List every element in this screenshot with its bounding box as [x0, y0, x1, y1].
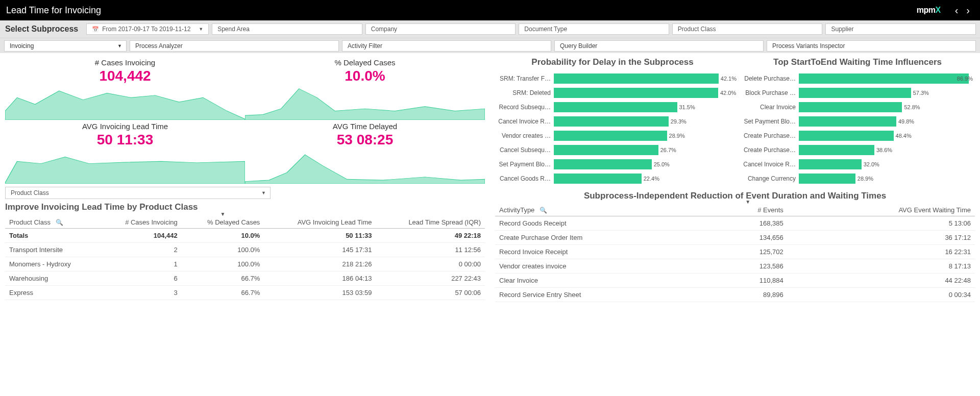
bar-row[interactable]: SRM: Transfer F… 42.1%: [495, 71, 730, 86]
sparkline-icon: [5, 84, 245, 120]
table-row[interactable]: Express366.7%153 03:5957 00:06: [5, 286, 485, 300]
document-type-filter[interactable]: Document Type: [519, 23, 669, 35]
bar-row[interactable]: Delete Purchase… 86.9%: [740, 71, 975, 86]
nav-prev-button[interactable]: ‹: [951, 5, 963, 16]
table-row[interactable]: Clear Invoice110,88444 22:48: [495, 274, 975, 288]
tab-bar: Invoicing ▼ Process Analyzer Activity Fi…: [0, 38, 980, 53]
bar-row[interactable]: Set Payment Blo… 25.0%: [495, 157, 730, 171]
bar-row[interactable]: Block Purchase … 57.3%: [740, 86, 975, 100]
col-wait[interactable]: AVG Event Waiting Time: [788, 204, 975, 216]
bar-track: 52.8%: [799, 102, 975, 112]
table-row[interactable]: Vendor creates invoice123,5868 17:13: [495, 259, 975, 274]
influencers-chart: Top StartToEnd Waiting Time Influencers …: [740, 56, 975, 186]
bar-row[interactable]: Cancel Invoice R… 32.0%: [740, 157, 975, 171]
col-cases[interactable]: # Cases Invoicing: [100, 216, 182, 229]
sort-desc-icon: ▼: [220, 211, 226, 217]
chevron-down-icon: ▼: [193, 27, 203, 32]
company-filter[interactable]: Company: [365, 23, 516, 35]
bar-track: 48.4%: [799, 131, 975, 141]
probability-chart: Probability for Delay in the Subprocess …: [495, 56, 730, 186]
page-title: Lead Time for Invoicing: [6, 5, 917, 16]
subprocess-select[interactable]: Invoicing ▼: [4, 40, 127, 52]
table-row[interactable]: Monomers - Hydroxy1100.0%218 21:260 00:0…: [5, 257, 485, 271]
bar-track: 38.6%: [799, 145, 975, 155]
bar-label: SRM: Deleted: [495, 89, 554, 96]
subprocess-title: Subprocess-Independent Reduction of Even…: [495, 186, 975, 204]
bar-row[interactable]: Clear Invoice 52.8%: [740, 100, 975, 114]
bar-track: 31.5%: [554, 102, 730, 112]
bar-label: Delete Purchase…: [740, 75, 799, 82]
bar-row[interactable]: SRM: Deleted 42.0%: [495, 86, 730, 100]
events-table: ActivityType 🔍 ▼ # Events AVG Event Wait…: [495, 204, 975, 302]
table-row[interactable]: Warehousing666.7%186 04:13227 22:43: [5, 271, 485, 286]
bar-label: Set Payment Blo…: [495, 161, 554, 168]
spend-area-filter[interactable]: Spend Area: [212, 23, 362, 35]
col-activity-type[interactable]: ActivityType 🔍: [495, 204, 708, 216]
col-events[interactable]: ▼ # Events: [708, 204, 788, 216]
tab-query-builder[interactable]: Query Builder: [554, 40, 764, 52]
bar-row[interactable]: Set Payment Blo… 49.8%: [740, 114, 975, 129]
improve-title: Improve Invoicing Lead Time by Product C…: [5, 201, 485, 216]
bar-label: Set Payment Blo…: [740, 118, 799, 125]
kpi-lead-time: AVG Invoicing Lead Time 50 11:33: [5, 120, 245, 184]
col-spread[interactable]: Lead Time Spread (IQR): [376, 216, 485, 229]
bar-row[interactable]: Create Purchase… 48.4%: [740, 129, 975, 143]
product-class-filter[interactable]: Product Class: [672, 23, 823, 35]
search-icon[interactable]: 🔍: [536, 207, 547, 214]
bar-label: Record Subsequ…: [495, 104, 554, 111]
bar-row[interactable]: Record Subsequ… 31.5%: [495, 100, 730, 114]
bar-track: 28.9%: [554, 131, 730, 141]
bar-track: 42.1%: [554, 73, 730, 84]
table-row[interactable]: Transport Intersite2100.0%145 17:3111 12…: [5, 243, 485, 257]
col-product-class[interactable]: Product Class 🔍: [5, 216, 100, 229]
bar-label: Vendor creates …: [495, 132, 554, 139]
bar-track: 42.0%: [554, 88, 730, 98]
bar-label: Block Purchase …: [740, 89, 799, 96]
kpi-time-delayed: AVG Time Delayed 53 08:25: [245, 120, 485, 184]
select-subprocess-label: Select Subprocess: [4, 24, 83, 34]
bar-row[interactable]: Vendor creates … 28.9%: [495, 129, 730, 143]
bar-label: Change Currency: [740, 175, 799, 182]
table-row[interactable]: Record Goods Receipt168,3855 13:06: [495, 216, 975, 231]
bar-track: 22.4%: [554, 174, 730, 184]
bar-row[interactable]: Create Purchase… 38.6%: [740, 143, 975, 157]
search-icon[interactable]: 🔍: [53, 219, 63, 226]
app-logo: mpmX: [917, 6, 941, 15]
chevron-down-icon: ▼: [117, 43, 122, 48]
chevron-down-icon: ▼: [261, 190, 266, 195]
supplier-filter[interactable]: Supplier: [825, 23, 976, 35]
col-delayed[interactable]: ▼ % Delayed Cases: [182, 216, 264, 229]
bar-label: Cancel Subsequ…: [495, 146, 554, 154]
bar-track: 86.9%: [799, 73, 975, 84]
bar-track: 49.8%: [799, 116, 975, 127]
bar-label: Cancel Goods R…: [495, 175, 554, 182]
bar-track: 26.7%: [554, 145, 730, 155]
table-row[interactable]: Create Purchase Order Item134,65636 17:1…: [495, 231, 975, 245]
nav-next-button[interactable]: ›: [962, 5, 974, 16]
tab-process-analyzer[interactable]: Process Analyzer: [130, 40, 339, 52]
bar-row[interactable]: Cancel Invoice R… 29.3%: [495, 114, 730, 129]
bar-label: Cancel Invoice R…: [495, 118, 554, 125]
dimension-select[interactable]: Product Class ▼: [5, 187, 271, 199]
table-row[interactable]: Record Invoice Receipt125,70216 22:31: [495, 245, 975, 259]
bar-row[interactable]: Change Currency 28.9%: [740, 171, 975, 186]
col-lead[interactable]: AVG Invoicing Lead Time: [264, 216, 376, 229]
improve-table: Product Class 🔍 # Cases Invoicing ▼ % De…: [5, 216, 485, 300]
bar-label: Create Purchase…: [740, 132, 799, 139]
sparkline-icon: [245, 84, 485, 120]
kpi-delayed: % Delayed Cases 10.0%: [245, 56, 485, 120]
bar-label: SRM: Transfer F…: [495, 75, 554, 82]
tab-process-variants-inspector[interactable]: Process Variants Inspector: [767, 40, 976, 52]
bar-row[interactable]: Cancel Goods R… 22.4%: [495, 171, 730, 186]
sparkline-icon: [5, 148, 245, 184]
bar-track: 57.3%: [799, 88, 975, 98]
app-topbar: Lead Time for Invoicing mpmX ‹ ›: [0, 0, 980, 20]
date-range-filter[interactable]: From 2017-09-17 To 2019-11-12 ▼: [86, 23, 209, 35]
bar-track: 28.9%: [799, 174, 975, 184]
tab-activity-filter[interactable]: Activity Filter: [342, 40, 551, 52]
bar-row[interactable]: Cancel Subsequ… 26.7%: [495, 143, 730, 157]
bar-track: 25.0%: [554, 159, 730, 169]
filter-bar: Select Subprocess From 2017-09-17 To 201…: [0, 20, 980, 38]
table-row[interactable]: Record Service Entry Sheet89,8960 00:34: [495, 288, 975, 302]
table-row-totals: Totals104,44210.0%50 11:3349 22:18: [5, 229, 485, 243]
